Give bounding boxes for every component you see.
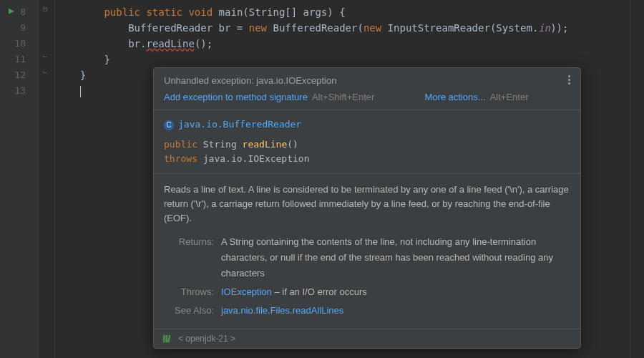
error-underline: readLine <box>146 38 194 49</box>
throws-row: Throws: IOException – if an I/O error oc… <box>164 284 570 300</box>
throws-label: Throws: <box>164 284 221 300</box>
shortcut-hint: Alt+Enter <box>490 92 529 102</box>
fold-end-icon[interactable]: ⌙ <box>43 68 47 76</box>
class-link[interactable]: java.io.BufferedReader <box>178 119 301 130</box>
class-icon: C <box>164 120 174 130</box>
code-line[interactable]: public static void main(String[] args) { <box>56 4 644 20</box>
line-number[interactable]: 13 <box>0 83 39 99</box>
library-icon <box>162 334 172 344</box>
returns-text: A String containing the contents of the … <box>221 234 570 281</box>
quickfix-doc-popup: Unhandled exception: java.io.IOException… <box>153 67 581 349</box>
caret <box>80 86 81 97</box>
shortcut-hint: Alt+Shift+Enter <box>312 92 374 102</box>
line-number[interactable]: 10 <box>0 36 39 52</box>
line-number[interactable]: 8 <box>0 4 39 20</box>
fold-start-icon[interactable]: ⊟ <box>43 5 47 13</box>
more-menu-icon[interactable] <box>565 74 573 86</box>
line-number[interactable]: 11 <box>0 52 39 67</box>
add-exception-action[interactable]: Add exception to method signature <box>164 92 308 102</box>
line-number[interactable]: 9 <box>0 20 39 36</box>
seealso-row: See Also: java.nio.file.Files.readAllLin… <box>164 303 570 319</box>
fold-end-icon[interactable]: ⌙ <box>43 52 47 60</box>
sdk-label[interactable]: < openjdk-21 > <box>178 334 235 344</box>
popup-footer: < openjdk-21 > <box>154 329 580 348</box>
signature-block: Cjava.io.BufferedReader public String re… <box>154 110 580 174</box>
svg-rect-0 <box>163 335 165 343</box>
fold-column: ⊟ ⌙ ⌙ <box>42 0 53 358</box>
gutter: ▶ 8 9 10 11 12 13 <box>0 0 39 358</box>
code-editor[interactable]: ▶ 8 9 10 11 12 13 ⊟ ⌙ ⌙ public static vo… <box>0 0 644 358</box>
gutter-separator <box>54 0 55 358</box>
code-line[interactable]: br.readLine(); <box>56 36 644 52</box>
returns-label: Returns: <box>164 234 221 281</box>
throws-text: – if an I/O error occurs <box>272 286 367 297</box>
svg-rect-2 <box>167 335 170 343</box>
popup-actions: Add exception to method signatureAlt+Shi… <box>154 90 580 110</box>
popup-title: Unhandled exception: java.io.IOException <box>164 75 570 86</box>
doc-description: Reads a line of text. A line is consider… <box>154 174 580 233</box>
run-gutter-icon[interactable]: ▶ <box>9 5 14 16</box>
code-line[interactable]: BufferedReader br = new BufferedReader(n… <box>56 20 644 36</box>
line-number[interactable]: 12 <box>0 67 39 83</box>
code-line[interactable]: } <box>56 52 644 67</box>
seealso-label: See Also: <box>164 303 221 319</box>
returns-row: Returns: A String containing the content… <box>164 234 570 281</box>
svg-rect-1 <box>165 335 167 343</box>
throws-link[interactable]: IOException <box>221 286 272 297</box>
seealso-link[interactable]: java.nio.file.Files.readAllLines <box>221 305 343 316</box>
more-actions-link[interactable]: More actions... <box>424 92 485 102</box>
